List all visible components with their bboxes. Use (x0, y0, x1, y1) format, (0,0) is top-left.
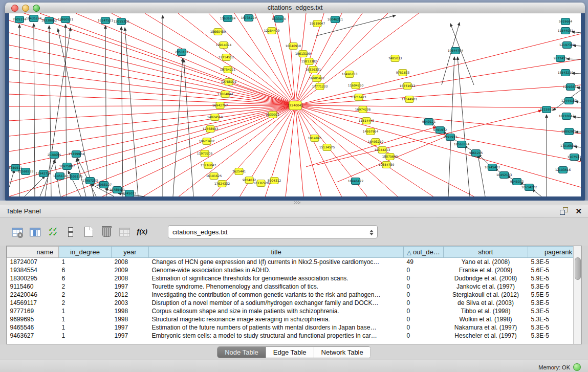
column-visibility-button[interactable] (28, 225, 41, 238)
cell-out_degree[interactable]: 0 (404, 282, 444, 291)
cell-out_degree[interactable]: 0 (404, 266, 444, 274)
cell-name[interactable]: 18724007 (7, 258, 59, 267)
cell-out_degree[interactable]: 0 (404, 315, 444, 323)
cell-short[interactable]: Nakamura et al. (1997) (444, 323, 528, 332)
cell-short[interactable]: Franke et al. (2009) (444, 266, 528, 274)
network-canvas[interactable]: 7905174104352241833805219860521161475211… (9, 13, 581, 196)
window-titlebar[interactable]: citations_edges.txt (5, 3, 585, 13)
cell-in_degree[interactable]: 1 (59, 332, 112, 340)
dropdown-arrows-icon (369, 228, 374, 237)
cell-title[interactable]: Investigating the contribution of common… (149, 291, 404, 299)
cell-short[interactable]: de Silva et al. (2003) (444, 299, 528, 307)
cell-title[interactable]: Structural magnetic resonance image aver… (149, 315, 404, 323)
table-row[interactable]: 1456911722003Disruption of a novel membe… (7, 299, 582, 307)
table-row[interactable]: 946554611997Estimation of the future num… (7, 323, 582, 332)
column-header-name[interactable]: name (7, 247, 59, 258)
cell-name[interactable]: 9465546 (7, 323, 59, 332)
svg-text:7485033: 7485033 (388, 56, 402, 60)
table-row[interactable]: 969969511998Structural magnetic resonanc… (7, 315, 582, 323)
table-mode-button[interactable] (64, 225, 77, 238)
cell-title[interactable]: Tourette syndrome. Phenomenology and cla… (149, 282, 404, 291)
cell-short[interactable]: Tibbo et al. (1998) (444, 307, 528, 315)
cell-in_degree[interactable]: 6 (59, 274, 112, 282)
cell-year[interactable]: 2003 (112, 299, 149, 307)
vertical-scrollbar[interactable] (573, 246, 581, 344)
table-row[interactable]: 2242004622012Investigating the contribut… (7, 291, 582, 299)
cell-year[interactable]: 2008 (112, 258, 149, 267)
cell-out_degree[interactable]: 49 (404, 258, 444, 267)
table-select-dropdown[interactable]: citations_edges.txt (168, 225, 378, 238)
cell-title[interactable]: Estimation of the future numbers of pati… (149, 323, 404, 332)
cell-short[interactable]: Wolkin et al. (1998) (444, 315, 528, 323)
column-header-year[interactable]: year (112, 247, 149, 258)
cell-name[interactable]: 9115460 (7, 282, 59, 291)
cell-title[interactable]: Disruption of a novel member of a sodium… (149, 299, 404, 307)
panel-divider[interactable] (0, 201, 588, 205)
svg-text:1914845: 1914845 (308, 136, 322, 140)
cell-out_degree[interactable]: 0 (404, 291, 444, 299)
table-settings-button[interactable] (10, 225, 24, 238)
tab-network-table[interactable]: Network Table (314, 347, 371, 358)
cell-out_degree[interactable]: 0 (404, 274, 444, 282)
scrollbar-thumb[interactable] (575, 257, 581, 280)
cell-in_degree[interactable]: 2 (59, 282, 112, 291)
column-header-short[interactable]: short (444, 247, 528, 258)
cell-in_degree[interactable]: 1 (59, 258, 112, 267)
cell-out_degree[interactable]: 0 (404, 307, 444, 315)
cell-in_degree[interactable]: 2 (59, 291, 112, 299)
citation-network-graph[interactable]: 7905174104352241833805219860521161475211… (9, 13, 581, 196)
cell-title[interactable]: Embryonic stem cells: a model to study s… (149, 332, 404, 340)
cell-out_degree[interactable]: 0 (404, 332, 444, 340)
close-panel-icon[interactable]: ✕ (575, 207, 582, 215)
column-header-title[interactable]: title (149, 247, 404, 258)
cell-year[interactable]: 2009 (112, 266, 149, 274)
cell-year[interactable]: 1997 (112, 332, 149, 340)
cell-name[interactable]: 9463627 (7, 332, 59, 340)
cell-name[interactable]: 18300295 (7, 274, 59, 282)
table-row[interactable]: 946362711997Embryonic stem cells: a mode… (7, 332, 582, 340)
cell-in_degree[interactable]: 1 (59, 315, 112, 323)
table-row[interactable]: 977716911998Corpus callosum shape and si… (7, 307, 582, 315)
float-panel-icon[interactable] (560, 207, 568, 215)
cell-short[interactable]: Yano et al. (2008) (444, 258, 528, 267)
cell-in_degree[interactable]: 1 (59, 323, 112, 332)
cell-name[interactable]: 22420046 (7, 291, 59, 299)
column-header-out_degree[interactable]: △ out_de… (404, 247, 444, 258)
cell-out_degree[interactable]: 0 (404, 299, 444, 307)
cell-name[interactable]: 14569117 (7, 299, 59, 307)
column-header-in_degree[interactable]: in_degree (59, 247, 112, 258)
cell-short[interactable]: Dudbridge et al. (2008) (444, 274, 528, 282)
cell-title[interactable]: Corpus callosum shape and size in male p… (149, 307, 404, 315)
add-column-button[interactable] (82, 225, 95, 238)
cell-name[interactable]: 19384554 (7, 266, 59, 274)
cell-out_degree[interactable]: 0 (404, 323, 444, 332)
table-row[interactable]: 1938455462009Genome-wide association stu… (7, 266, 582, 274)
row-select-button[interactable]: ✓✓✓✓ (46, 225, 59, 238)
cell-year[interactable]: 2012 (112, 291, 149, 299)
cell-in_degree[interactable]: 1 (59, 307, 112, 315)
cell-title[interactable]: Estimation of significance thresholds fo… (149, 274, 404, 282)
cell-short[interactable]: Hescheler et al. (1997) (444, 332, 528, 340)
delete-column-button[interactable] (100, 225, 113, 238)
table-toolbar: ✓✓✓✓ f(x) citations_edges.txt (0, 218, 588, 246)
cell-short[interactable]: Stergiakouli et al. (2012) (444, 291, 528, 299)
cell-year[interactable]: 1998 (112, 315, 149, 323)
cell-name[interactable]: 9777169 (7, 307, 59, 315)
table-row[interactable]: 1872400712008Changes of HCN gene express… (7, 258, 582, 267)
tab-edge-table[interactable]: Edge Table (266, 347, 314, 358)
cell-year[interactable]: 1997 (112, 323, 149, 332)
cell-title[interactable]: Genome-wide association studies in ADHD. (149, 266, 404, 274)
function-builder-button[interactable]: f(x) (136, 225, 149, 238)
split-handle-icon[interactable] (294, 201, 300, 204)
cell-in_degree[interactable]: 6 (59, 266, 112, 274)
cell-year[interactable]: 2008 (112, 274, 149, 282)
tab-node-table[interactable]: Node Table (217, 347, 266, 358)
cell-name[interactable]: 9699695 (7, 315, 59, 323)
cell-in_degree[interactable]: 2 (59, 299, 112, 307)
cell-year[interactable]: 1997 (112, 282, 149, 291)
cell-year[interactable]: 1998 (112, 307, 149, 315)
cell-title[interactable]: Changes of HCN gene expression and I(f) … (149, 258, 404, 267)
table-row[interactable]: 911546021997Tourette syndrome. Phenomeno… (7, 282, 582, 291)
table-row[interactable]: 1830029562008Estimation of significance … (7, 274, 582, 282)
cell-short[interactable]: Jankovic et al. (1997) (444, 282, 528, 291)
